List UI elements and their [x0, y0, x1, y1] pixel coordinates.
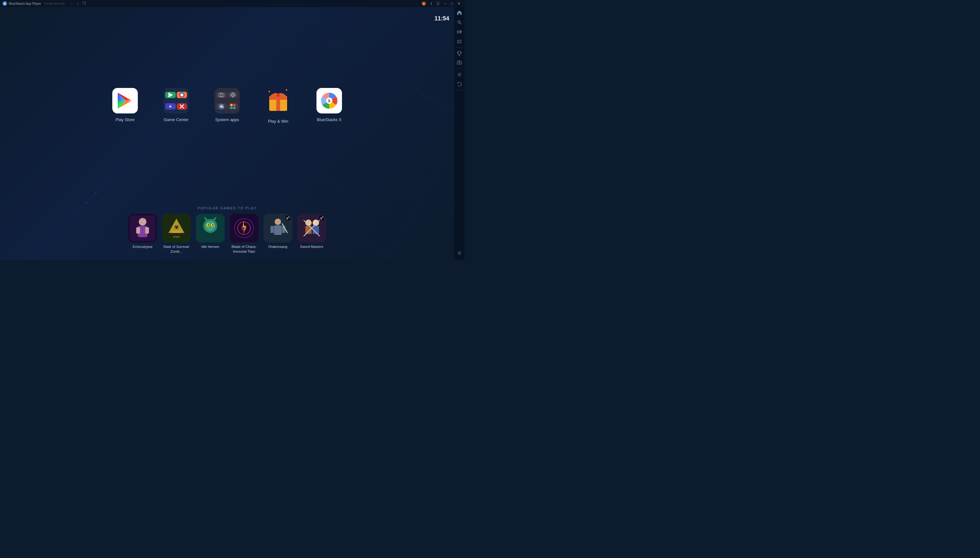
- play-win-svg: ✦ ✦ ✦: [265, 86, 291, 115]
- sidebar-rotate-icon[interactable]: [455, 80, 464, 89]
- svg-point-97: [459, 74, 460, 75]
- svg-point-25: [221, 105, 223, 107]
- svg-rect-48: [145, 227, 149, 234]
- svg-rect-22: [220, 93, 221, 94]
- game-thumb-blade: [230, 214, 259, 243]
- game-item-state-of-survival[interactable]: ☣ STATE State of Survival: Zomb...: [162, 214, 191, 254]
- apps-grid: Play Store: [112, 86, 342, 124]
- app-item-bluestacks-x[interactable]: X BlueStacks X: [316, 88, 342, 122]
- svg-point-86: [458, 31, 459, 32]
- svg-text:STATE: STATE: [173, 236, 180, 238]
- maximize-button[interactable]: □: [449, 2, 455, 5]
- game-center-icon: [163, 88, 189, 113]
- svg-point-23: [232, 94, 234, 96]
- game-item-sword-masters[interactable]: Sword Masters: [297, 214, 326, 254]
- svg-text:✦: ✦: [285, 88, 288, 92]
- game-label-state: State of Survival: Zomb...: [162, 245, 191, 254]
- bluestacks-x-svg: X: [318, 90, 340, 112]
- close-button[interactable]: ✕: [456, 2, 462, 6]
- game-label-idle: Idle Heroes: [201, 245, 219, 249]
- sidebar-instances-icon[interactable]: [455, 37, 464, 46]
- system-apps-label: System apps: [215, 117, 239, 122]
- sidebar-settings-icon[interactable]: [455, 70, 464, 79]
- sidebar-trophy-icon[interactable]: [455, 49, 464, 58]
- app-title: BlueStacks App Player: [9, 2, 41, 5]
- apps-section: Play Store: [0, 7, 454, 203]
- svg-marker-13: [168, 92, 173, 97]
- sidebar-divider-3: [456, 90, 463, 90]
- svg-point-59: [208, 224, 209, 226]
- svg-point-90: [460, 31, 461, 32]
- game-thumb-echocalypse: [128, 214, 157, 243]
- title-bar-nav: ← ⌂ ❐: [69, 1, 86, 7]
- svg-rect-29: [233, 107, 236, 109]
- svg-rect-26: [230, 104, 232, 106]
- popular-section: POPULAR GAMES TO PLAY Echocal: [0, 203, 454, 260]
- svg-point-60: [212, 224, 213, 226]
- game-label-echocalypse: Echocalypse: [133, 245, 153, 249]
- sidebar-divider-1: [456, 47, 463, 48]
- svg-text:X: X: [328, 99, 331, 103]
- game-item-blade-of-chaos[interactable]: Blade of Chaos: Immortal Titan: [230, 214, 259, 254]
- svg-point-39: [277, 94, 280, 97]
- app-version: 5.9.500.1014 N32: [44, 2, 65, 5]
- svg-rect-70: [274, 225, 282, 235]
- gift-button[interactable]: 🎁: [420, 1, 428, 7]
- system-apps-icon: [214, 88, 240, 113]
- svg-point-69: [275, 218, 281, 225]
- sidebar-screenshot-icon[interactable]: [455, 58, 464, 67]
- svg-point-15: [181, 94, 183, 96]
- svg-point-78: [313, 220, 319, 226]
- copy-button[interactable]: ❐: [82, 1, 86, 7]
- svg-rect-28: [230, 107, 232, 109]
- sidebar-divider-2: [456, 69, 463, 69]
- app-item-play-win[interactable]: ✦ ✦ ✦: [265, 86, 291, 124]
- app-item-play-store[interactable]: Play Store: [112, 88, 138, 122]
- game-item-idle-heroes[interactable]: Idle Heroes: [196, 214, 225, 254]
- sidebar-gamepad-icon[interactable]: [455, 28, 464, 36]
- games-row: Echocalypse ☣ STATE State of Survival: Z…: [13, 214, 441, 254]
- play-win-icon: ✦ ✦ ✦: [265, 86, 291, 115]
- bluestacks-x-icon: X: [316, 88, 342, 113]
- bluestacks-x-label: BlueStacks X: [317, 117, 341, 122]
- play-store-label: Play Store: [115, 117, 135, 122]
- game-thumb-draken: [264, 214, 292, 243]
- title-bar: B BlueStacks App Player 5.9.500.1014 N32…: [0, 0, 464, 7]
- game-item-drakensang[interactable]: Drakensang: [264, 214, 292, 254]
- menu-button[interactable]: ☰: [435, 1, 441, 7]
- app-item-system-apps[interactable]: System apps: [214, 88, 240, 122]
- svg-rect-27: [233, 104, 236, 106]
- minimize-button[interactable]: −: [443, 1, 448, 6]
- svg-point-67: [242, 226, 247, 231]
- svg-text:B: B: [4, 2, 6, 5]
- right-sidebar: [454, 7, 464, 260]
- svg-point-89: [460, 31, 460, 32]
- svg-point-82: [458, 21, 460, 23]
- back-button[interactable]: ←: [69, 1, 74, 7]
- sidebar-search-icon[interactable]: [455, 18, 464, 27]
- svg-text:☣: ☣: [174, 224, 179, 230]
- svg-line-83: [460, 23, 461, 25]
- sidebar-gear-bottom-icon[interactable]: [455, 249, 464, 258]
- game-label-blade: Blade of Chaos: Immortal Titan: [230, 245, 259, 254]
- svg-point-96: [459, 62, 460, 64]
- app-item-game-center[interactable]: Game Center: [163, 88, 189, 122]
- game-label-draken: Drakensang: [268, 245, 287, 249]
- svg-point-17: [170, 105, 171, 106]
- svg-text:✦: ✦: [268, 90, 270, 94]
- game-label-sword: Sword Masters: [300, 245, 323, 249]
- svg-rect-71: [270, 226, 274, 233]
- svg-rect-51: [171, 231, 181, 233]
- home-button[interactable]: ⌂: [76, 1, 80, 7]
- main-content: 11:54: [0, 7, 454, 260]
- clock-display: 11:54: [435, 15, 449, 22]
- play-store-svg: [114, 90, 136, 112]
- game-item-echocalypse[interactable]: Echocalypse: [128, 214, 157, 254]
- info-button[interactable]: ℹ: [429, 1, 433, 7]
- sidebar-home-icon[interactable]: [455, 8, 464, 17]
- title-bar-left: B BlueStacks App Player 5.9.500.1014 N32…: [3, 1, 86, 7]
- game-thumb-state: ☣ STATE: [162, 214, 191, 243]
- play-win-label: Play & Win: [268, 119, 288, 124]
- play-store-icon: [112, 88, 138, 113]
- drakensang-external-badge: [285, 215, 291, 220]
